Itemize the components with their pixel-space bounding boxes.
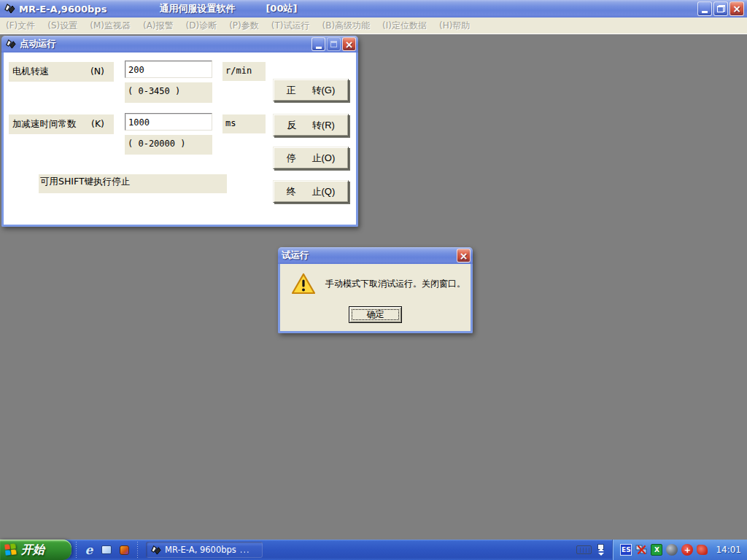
accel-time-unit: ms: [222, 114, 266, 133]
menu-help[interactable]: (H)帮助: [439, 20, 470, 32]
restore-button[interactable]: [713, 1, 728, 16]
menu-monitor[interactable]: (M)监视器: [90, 20, 131, 32]
tray-volume-icon[interactable]: [666, 544, 678, 556]
accel-time-mnemonic: (K): [91, 118, 104, 129]
warning-icon: [291, 273, 316, 295]
tray-antivirus-icon[interactable]: X: [651, 544, 662, 556]
taskbar-app-suffix: ...: [240, 545, 250, 555]
reverse-button[interactable]: 反 转(R): [273, 114, 349, 136]
close-icon: ×: [732, 4, 741, 14]
jog-window-icon: [5, 39, 16, 50]
taskbar-separator: [74, 542, 77, 558]
dialog-close-icon: ×: [460, 251, 468, 261]
accel-time-range: ( 0-20000 ): [125, 135, 212, 155]
taskbar-right: ES X + 14:01: [576, 540, 747, 560]
motor-speed-mnemonic: (N): [90, 66, 104, 77]
tray-network-disconnected-icon[interactable]: [635, 544, 647, 556]
system-tray: ES X + 14:01: [612, 540, 747, 560]
motor-speed-label-panel: 电机转速 (N): [9, 62, 114, 82]
taskbar-app-label: MR-E-A, 9600bps: [165, 545, 236, 555]
language-bar-options-icon[interactable]: [596, 544, 606, 556]
taskbar-app-icon: [150, 545, 161, 556]
jog-window-title: 点动运行: [20, 38, 56, 50]
jog-minimize-button[interactable]: [311, 37, 325, 51]
menu-file[interactable]: (F)文件: [6, 20, 35, 32]
jog-titlebar: 点动运行 ×: [1, 36, 358, 52]
menu-alarm[interactable]: (A)报警: [143, 20, 174, 32]
tray-security-icon[interactable]: +: [681, 544, 693, 556]
close-button[interactable]: ×: [729, 1, 744, 16]
dialog-title: 试运行: [282, 249, 309, 262]
start-label: 开始: [21, 542, 44, 558]
jog-close-button[interactable]: ×: [342, 37, 356, 51]
quicklaunch-media-icon[interactable]: [117, 542, 131, 557]
menu-setup[interactable]: (S)设置: [47, 20, 77, 32]
menu-diagnosis[interactable]: (D)诊断: [186, 20, 217, 32]
motor-speed-range: ( 0-3450 ): [125, 82, 212, 103]
start-button[interactable]: 开始: [0, 540, 71, 560]
dialog-titlebar: 试运行 ×: [278, 247, 473, 264]
abort-button[interactable]: 终 止(Q): [273, 180, 349, 203]
shift-hint: 可用SHIFT键执行停止: [39, 174, 227, 193]
dialog-message: 手动模式下取消试运行。关闭窗口。: [325, 278, 465, 290]
motor-speed-input[interactable]: [125, 61, 212, 78]
accel-time-label-panel: 加减速时间常数 (K): [9, 114, 114, 134]
quicklaunch-show-desktop-icon[interactable]: [99, 542, 114, 557]
app-title-station: [00站]: [266, 2, 297, 15]
jog-maximize-button: [327, 37, 341, 51]
menu-test-run[interactable]: (T)试运行: [271, 20, 310, 32]
motor-speed-unit: r/min: [222, 62, 266, 81]
stop-button[interactable]: 停 止(O): [273, 147, 349, 169]
menu-positioning[interactable]: (I)定位数据: [382, 20, 427, 32]
dialog-close-button[interactable]: ×: [457, 249, 471, 262]
forward-button[interactable]: 正 转(G): [273, 79, 349, 101]
app-icon: [4, 3, 15, 15]
menubar: (F)文件 (S)设置 (M)监视器 (A)报警 (D)诊断 (P)参数 (T)…: [0, 18, 747, 34]
app-titlebar: MR-E-A,9600bps 通用伺服设置软件 [00站] ×: [0, 0, 747, 18]
accel-time-input[interactable]: [125, 113, 212, 131]
ok-button[interactable]: 确定: [349, 306, 402, 323]
menu-advanced[interactable]: (B)高级功能: [322, 20, 370, 32]
motor-speed-label: 电机转速: [12, 66, 49, 78]
quicklaunch-ie-icon[interactable]: e: [82, 542, 96, 557]
dialog-body: 手动模式下取消试运行。关闭窗口。 确定: [278, 264, 473, 333]
taskbar-separator-2: [136, 542, 139, 558]
windows-logo-icon: [4, 543, 18, 556]
accel-time-label: 加减速时间常数: [12, 118, 77, 131]
jog-close-icon: ×: [345, 39, 354, 50]
input-method-keyboard-icon[interactable]: [576, 545, 592, 554]
tray-clock[interactable]: 14:01: [716, 545, 741, 555]
menu-parameters[interactable]: (P)参数: [229, 20, 259, 32]
jog-window-body: 电机转速 (N) r/min ( 0-3450 ) 加减速时间常数 (K) ms…: [1, 52, 358, 227]
taskbar: 开始 e MR-E-A, 9600bps ... ES X: [0, 540, 747, 560]
taskbar-app-button[interactable]: MR-E-A, 9600bps ...: [146, 542, 263, 558]
test-run-dialog: 试运行 × 手动模式下取消试运行。关闭窗口。 确定: [278, 247, 473, 333]
minimize-button[interactable]: [697, 1, 712, 16]
tray-app-icon[interactable]: [697, 545, 708, 555]
app-title-center: 通用伺服设置软件: [159, 2, 235, 15]
tray-es-input-icon[interactable]: ES: [620, 544, 632, 556]
screen: { "app": { "title": { "left": "MR-E-A,96…: [0, 0, 747, 560]
app-title: MR-E-A,9600bps: [19, 4, 107, 15]
jog-window: 点动运行 × 电机转速 (N) r/min ( 0-3450 ) 加减速时间常数…: [1, 36, 358, 227]
